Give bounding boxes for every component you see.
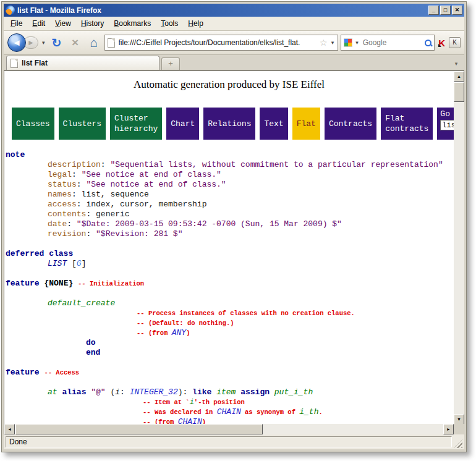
google-logo-icon xyxy=(344,38,352,47)
nav-button-flat[interactable]: Flat xyxy=(292,108,320,140)
code-line: contents: generic xyxy=(4,209,454,219)
nav-button-flat-contracts[interactable]: Flat contracts xyxy=(381,108,433,140)
nav-button-clusters[interactable]: Clusters xyxy=(59,108,106,140)
menu-item-view[interactable]: View xyxy=(51,18,75,29)
menu-item-help[interactable]: Help xyxy=(184,18,208,29)
minimize-button[interactable]: _ xyxy=(428,6,439,15)
code-line: at alias "@" (i: INTEGER_32): like item … xyxy=(4,387,454,397)
nav-button-contracts[interactable]: Contracts xyxy=(325,108,376,140)
status-bar: Done xyxy=(4,434,464,449)
refresh-button[interactable]: ↻ xyxy=(49,36,65,50)
home-button[interactable]: ⌂ xyxy=(86,35,102,50)
resize-grip[interactable] xyxy=(454,439,462,448)
menu-item-tools[interactable]: Tools xyxy=(156,18,182,29)
code-line xyxy=(4,269,454,279)
scroll-down-button[interactable]: ▼ xyxy=(454,414,464,425)
titlebar[interactable]: list Flat - Mozilla Firefox _□✕ xyxy=(4,4,464,17)
code-line: do xyxy=(4,338,454,348)
vertical-scrollbar[interactable]: ▲ ▼ xyxy=(454,71,464,425)
goto-input[interactable] xyxy=(440,120,454,130)
code-line: default_create xyxy=(4,298,454,308)
history-dropdown-button[interactable]: ▾ xyxy=(41,40,46,46)
code-line: status: "See notice at end of class." xyxy=(4,180,454,190)
code-line: revision: "$Revision: 281 $" xyxy=(4,229,454,239)
firefox-icon xyxy=(6,6,15,15)
goto-box: Go to: xyxy=(437,108,454,140)
url-input[interactable] xyxy=(117,38,318,48)
code-line: -- Process instances of classes with no … xyxy=(4,308,454,318)
code-line: -- Was declared in CHAIN as synonym of i… xyxy=(4,407,454,417)
tab-list-flat[interactable]: list Flat xyxy=(6,56,159,70)
code-line: -- (from ANY) xyxy=(4,328,454,338)
window-title: list Flat - Mozilla Firefox xyxy=(17,6,426,15)
vertical-scroll-thumb[interactable] xyxy=(454,82,464,102)
page-content: Automatic generation produced by ISE Eif… xyxy=(4,71,454,425)
search-engine-dropdown[interactable]: ▾ xyxy=(354,40,360,46)
tab-strip: list Flat + ▾ xyxy=(4,55,464,70)
back-icon: ◄ xyxy=(12,37,22,48)
menu-item-history[interactable]: History xyxy=(77,18,108,29)
code-line xyxy=(4,289,454,298)
code-line: -- (Default: do nothing.) xyxy=(4,318,454,328)
code-line xyxy=(4,358,454,368)
menu-item-edit[interactable]: Edit xyxy=(28,18,49,29)
nav-button-chart[interactable]: Chart xyxy=(166,108,199,140)
code-line xyxy=(4,239,454,249)
code-line: date: "$Date: 2009-03-15 09:53:42 -0700 … xyxy=(4,219,454,229)
close-button[interactable]: ✕ xyxy=(452,6,462,15)
menu-item-bookmarks[interactable]: Bookmarks xyxy=(109,18,155,29)
status-text: Done xyxy=(6,436,452,447)
nav-button-relations[interactable]: Relations xyxy=(203,108,255,140)
search-icon[interactable] xyxy=(425,40,431,46)
stop-button[interactable]: × xyxy=(67,36,83,49)
nav-button-cluster-hierarchy[interactable]: Cluster hierarchy xyxy=(110,108,162,140)
tab-label: list Flat xyxy=(22,59,48,67)
code-line: legal: "See notice at end of class." xyxy=(4,170,454,180)
scroll-up-button[interactable]: ▲ xyxy=(454,71,464,82)
code-line: description: "Sequential lists, without … xyxy=(4,160,454,170)
tab-overflow-button[interactable]: ▾ xyxy=(451,57,462,70)
page-icon xyxy=(108,38,115,48)
code-line: note xyxy=(4,150,454,160)
search-bar[interactable]: ▾ xyxy=(341,35,435,51)
k-addon-button[interactable]: K xyxy=(449,37,461,48)
code-line: names: list, sequence xyxy=(4,190,454,200)
page-heading: Automatic generation produced by ISE Eif… xyxy=(4,78,454,91)
menubar: FileEditViewHistoryBookmarksToolsHelp xyxy=(4,17,464,31)
navigation-toolbar: ◄ ► ▾ ↻ × ⌂ ☆ ▾ ▾ K K xyxy=(4,31,464,55)
code-line xyxy=(4,378,454,387)
new-tab-button[interactable]: + xyxy=(161,57,180,70)
horizontal-scrollbar[interactable]: ◄ ► xyxy=(4,424,454,434)
code-line: feature {NONE} -- Initialization xyxy=(4,279,454,289)
code-line: -- Item at `i'-th position xyxy=(4,397,454,407)
nav-button-text[interactable]: Text xyxy=(260,108,287,140)
code-line: deferred class xyxy=(4,249,454,259)
code-line: end xyxy=(4,348,454,358)
url-dropdown-button[interactable]: ▾ xyxy=(330,40,336,46)
kaspersky-icon[interactable]: K xyxy=(437,38,446,48)
goto-label: Go to: xyxy=(440,109,454,119)
scroll-left-button[interactable]: ◄ xyxy=(4,424,15,434)
scrollbar-corner xyxy=(454,424,464,434)
class-nav-buttons: ClassesClustersCluster hierarchyChartRel… xyxy=(12,108,454,140)
maximize-button[interactable]: □ xyxy=(440,6,451,15)
code-block: notedescription: "Sequential lists, with… xyxy=(4,150,454,425)
forward-icon: ► xyxy=(27,38,35,47)
nav-button-classes[interactable]: Classes xyxy=(12,108,54,140)
url-bar[interactable]: ☆ ▾ xyxy=(104,35,339,51)
code-line: access: index, cursor, membership xyxy=(4,200,454,209)
scroll-right-button[interactable]: ► xyxy=(443,424,454,434)
browser-window: list Flat - Mozilla Firefox _□✕ FileEdit… xyxy=(1,1,467,452)
bookmark-star-icon[interactable]: ☆ xyxy=(320,38,328,48)
search-input[interactable] xyxy=(362,38,423,48)
window-buttons: _□✕ xyxy=(428,6,462,15)
horizontal-scroll-thumb[interactable] xyxy=(15,424,263,434)
back-button[interactable]: ◄ xyxy=(7,33,26,52)
code-line: feature -- Access xyxy=(4,368,454,378)
browser-content-area: Automatic generation produced by ISE Eif… xyxy=(4,70,464,434)
code-line: LIST [G] xyxy=(4,259,454,269)
menu-item-file[interactable]: File xyxy=(6,18,27,29)
tab-favicon-page-icon xyxy=(11,59,18,68)
